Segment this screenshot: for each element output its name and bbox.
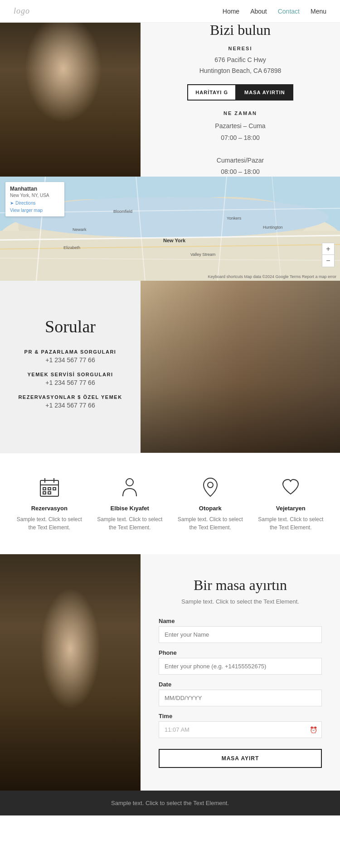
rezervasyon-title: Rezervasyon — [31, 505, 68, 512]
sorular-cat-3: REZERVASYONLAR $ ÖZEL YEMEK +1 234 567 7… — [18, 394, 122, 409]
svg-rect-28 — [43, 492, 46, 494]
action-buttons: HARİTAYI G MASA AYIRTIN — [187, 84, 293, 101]
svg-point-30 — [126, 479, 133, 486]
vejetaryen-desc: Sample text. Click to select the Text El… — [254, 515, 327, 532]
map-card-sub: New York, NY, USA — [10, 193, 60, 198]
submit-button[interactable]: MASA AYIRT — [159, 749, 322, 768]
map-credit: Keyboard shortcuts Map data ©2024 Google… — [208, 274, 336, 279]
bizi-bulun-panel: Bizi bulun NERESI 676 Pacific C Hwy Hunt… — [141, 23, 340, 177]
svg-rect-27 — [53, 488, 56, 490]
ne-zaman-label: NE ZAMAN — [223, 110, 257, 116]
time-input[interactable] — [159, 721, 322, 738]
navbar: logo Home About Contact Menu — [0, 0, 340, 23]
footer-text: Sample text. Click to select the Text El… — [111, 800, 229, 806]
hero-section: Bizi bulun NERESI 676 Pacific C Hwy Hunt… — [0, 23, 340, 177]
sorular-cat-1-phone: +1 234 567 77 66 — [24, 356, 117, 364]
sorular-cat-1: PR & PAZARLAMA SORGULARI +1 234 567 77 6… — [24, 349, 117, 364]
svg-text:New York: New York — [163, 238, 186, 243]
sorular-right-image — [141, 281, 340, 453]
bizi-bulun-title: Bizi bulun — [210, 22, 271, 38]
feature-otopark: Otopark Sample text. Click to select the… — [174, 476, 247, 532]
sorular-cat-1-title: PR & PAZARLAMA SORGULARI — [24, 349, 117, 355]
map-zoom-out[interactable]: − — [322, 255, 334, 267]
masa-ayirtin-button[interactable]: MASA AYIRTIN — [236, 84, 293, 101]
nav-menu[interactable]: Menu — [311, 8, 326, 15]
map-directions[interactable]: ➤ Directions — [10, 201, 60, 206]
phone-label: Phone — [159, 649, 322, 656]
sorular-cat-3-phone: +1 234 567 77 66 — [18, 402, 122, 409]
date-field-group: Date — [159, 681, 322, 706]
svg-text:Yonkers: Yonkers — [227, 216, 242, 221]
otopark-title: Otopark — [199, 505, 222, 512]
reservation-title: Bir masa ayırtın — [159, 577, 322, 594]
heart-icon — [279, 476, 302, 499]
svg-text:Elizabeth: Elizabeth — [63, 245, 80, 250]
map-zoom-in[interactable]: + — [322, 243, 334, 255]
nav-contact[interactable]: Contact — [278, 8, 300, 15]
sorular-cat-3-title: REZERVASYONLAR $ ÖZEL YEMEK — [18, 394, 122, 400]
name-input[interactable] — [159, 626, 322, 643]
feature-elbise: Elbise Kıyafet Sample text. Click to sel… — [93, 476, 166, 532]
map-card-title: Manhattan — [10, 186, 60, 192]
phone-field-group: Phone — [159, 649, 322, 675]
schedule-weekend-days: Cumartesi/Pazar — [215, 155, 265, 166]
sorular-title: Sorular — [45, 317, 96, 336]
feature-rezervasyon: Rezervasyon Sample text. Click to select… — [13, 476, 86, 532]
sorular-cat-2-phone: +1 234 567 77 66 — [28, 379, 113, 386]
svg-rect-25 — [43, 488, 46, 490]
feature-vejetaryen: Vejetaryen Sample text. Click to select … — [254, 476, 327, 532]
map-zoom-controls: + − — [322, 243, 335, 267]
nav-links: Home About Contact Menu — [223, 8, 326, 15]
svg-text:Newark: Newark — [73, 227, 87, 232]
name-label: Name — [159, 618, 322, 624]
calendar-icon — [38, 476, 61, 499]
svg-point-31 — [208, 482, 213, 488]
clock-icon: ⏰ — [310, 726, 317, 734]
reservation-desc: Sample text. Click to select the Text El… — [159, 598, 322, 605]
svg-text:Valley Stream: Valley Stream — [190, 252, 215, 257]
address-line2: Huntington Beach, CA 67898 — [199, 66, 282, 77]
restaurant-interior-image — [141, 281, 340, 453]
schedule-weekend-hours: 08:00 – 18:00 — [215, 166, 265, 177]
sorular-section: Sorular PR & PAZARLAMA SORGULARI +1 234 … — [0, 281, 340, 453]
person-icon — [118, 476, 141, 499]
neresi-label: NERESI — [228, 46, 253, 51]
nav-about[interactable]: About — [250, 8, 267, 15]
footer: Sample text. Click to select the Text El… — [0, 791, 340, 815]
svg-text:Bloomfield: Bloomfield — [113, 209, 132, 214]
features-section: Rezervasyon Sample text. Click to select… — [0, 453, 340, 554]
reservation-form-panel: Bir masa ayırtın Sample text. Click to s… — [141, 554, 340, 791]
schedule: Pazartesi – Cuma 07:00 – 18:00 Cumartesi… — [215, 120, 265, 177]
nav-home[interactable]: Home — [223, 8, 239, 15]
sorular-cat-2: YEMEK SERVİSİ SORGULARI +1 234 567 77 66 — [28, 372, 113, 386]
address: 676 Pacific C Hwy Huntington Beach, CA 6… — [199, 55, 282, 77]
svg-rect-29 — [48, 492, 51, 494]
rezervasyon-desc: Sample text. Click to select the Text El… — [13, 515, 86, 532]
name-field-group: Name — [159, 618, 322, 643]
time-input-wrapper: ⏰ — [159, 721, 322, 738]
map-view-larger[interactable]: View larger map — [10, 208, 43, 213]
sorular-left: Sorular PR & PAZARLAMA SORGULARI +1 234 … — [0, 281, 141, 453]
elbise-desc: Sample text. Click to select the Text El… — [93, 515, 166, 532]
schedule-weekday-hours: 07:00 – 18:00 — [215, 132, 265, 144]
map-section: New York Newark Yonkers Huntington Bloom… — [0, 177, 340, 281]
directions-icon: ➤ — [10, 201, 14, 206]
hero-image-sim — [0, 23, 141, 177]
hero-image — [0, 23, 141, 177]
time-label: Time — [159, 713, 322, 719]
map-card: Manhattan New York, NY, USA ➤ Directions… — [5, 182, 64, 216]
date-label: Date — [159, 681, 322, 688]
otopark-desc: Sample text. Click to select the Text El… — [174, 515, 247, 532]
reservation-section: Bir masa ayırtın Sample text. Click to s… — [0, 554, 340, 791]
logo: logo — [14, 6, 30, 16]
address-line1: 676 Pacific C Hwy — [199, 55, 282, 66]
date-input[interactable] — [159, 690, 322, 706]
elbise-title: Elbise Kıyafet — [111, 505, 149, 512]
harita-button[interactable]: HARİTAYI G — [187, 84, 236, 101]
svg-text:Huntington: Huntington — [263, 225, 283, 230]
chef-image-sim — [0, 554, 141, 791]
sorular-cat-2-title: YEMEK SERVİSİ SORGULARI — [28, 372, 113, 377]
phone-input[interactable] — [159, 658, 322, 675]
schedule-weekday-days: Pazartesi – Cuma — [215, 120, 265, 132]
vejetaryen-title: Vejetaryen — [276, 505, 306, 512]
